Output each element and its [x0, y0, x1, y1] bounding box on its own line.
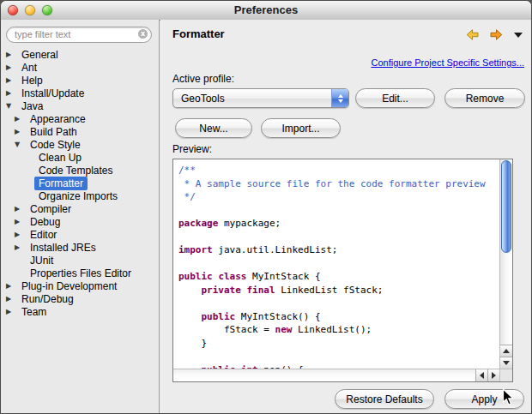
sidebar-item-label: Editor — [26, 228, 61, 242]
back-icon[interactable] — [466, 29, 481, 40]
scroll-left-icon — [480, 372, 484, 379]
sidebar-item-help[interactable]: ▶Help — [1, 74, 158, 87]
sidebar-item-java[interactable]: ▼Java — [1, 99, 158, 112]
sidebar-item-label: JUnit — [26, 254, 57, 267]
expand-arrow-icon[interactable]: ▶ — [6, 282, 17, 290]
code-line — [178, 204, 499, 218]
sidebar-item-label: Run/Debug — [17, 292, 78, 306]
preview-label: Preview: — [172, 143, 212, 155]
scroll-right-button[interactable] — [487, 369, 499, 381]
sidebar-item-label: Plug-in Development — [17, 279, 121, 293]
sidebar-item-label: Debug — [26, 215, 64, 229]
sidebar-item-run-debug[interactable]: ▶Run/Debug — [1, 292, 158, 305]
expand-arrow-icon[interactable]: ▶ — [15, 115, 26, 123]
expand-arrow-icon[interactable]: ▶ — [6, 76, 17, 84]
import-button[interactable]: Import... — [261, 118, 341, 138]
restore-defaults-button[interactable]: Restore Defaults — [335, 389, 434, 409]
code-line — [178, 350, 499, 363]
sidebar-item-label: Clean Up — [34, 151, 86, 165]
code-line: private final LinkedList fStack; — [178, 284, 499, 297]
sidebar-item-properties-files-editor[interactable]: Properties Files Editor — [1, 267, 158, 279]
filter-input[interactable] — [6, 27, 152, 43]
sidebar: x ▶General▶Ant▶Help▶Install/Update▼Java▶… — [1, 20, 160, 413]
sidebar-item-plug-in-development[interactable]: ▶Plug-in Development — [1, 279, 158, 292]
sidebar-item-label: Java — [17, 99, 47, 113]
code-preview: /** * A sample source file for the code … — [172, 159, 513, 382]
expand-arrow-icon[interactable]: ▶ — [15, 231, 26, 238]
vertical-scrollbar-thumb[interactable] — [501, 160, 511, 253]
expand-arrow-icon[interactable]: ▶ — [15, 128, 26, 135]
apply-button[interactable]: Apply — [444, 389, 524, 409]
collapse-arrow-icon[interactable]: ▼ — [15, 141, 26, 148]
sidebar-item-debug[interactable]: ▶Debug — [1, 215, 158, 228]
view-menu-icon[interactable] — [514, 33, 523, 38]
edit-button[interactable]: Edit... — [355, 88, 435, 108]
code-line: } — [178, 337, 499, 351]
expand-arrow-icon[interactable]: ▶ — [6, 308, 17, 315]
preferences-tree: ▶General▶Ant▶Help▶Install/Update▼Java▶Ap… — [1, 48, 158, 413]
vertical-scrollbar[interactable] — [499, 159, 512, 369]
sidebar-item-team[interactable]: ▶Team — [1, 305, 158, 318]
expand-arrow-icon[interactable]: ▶ — [6, 295, 17, 303]
sidebar-item-organize-imports[interactable]: Organize Imports — [1, 189, 158, 202]
code-line: fStack = new LinkedList(); — [178, 323, 499, 337]
page-title: Formatter — [172, 27, 225, 40]
code-line: public class MyIntStack { — [178, 270, 499, 284]
sidebar-item-code-templates[interactable]: Code Templates — [1, 164, 158, 177]
collapse-arrow-icon[interactable]: ▼ — [6, 102, 17, 110]
scroll-left-button[interactable] — [475, 369, 487, 381]
sidebar-item-appearance[interactable]: ▶Appearance — [1, 112, 158, 125]
sidebar-item-label: Formatter — [34, 177, 88, 190]
sidebar-item-editor[interactable]: ▶Editor — [1, 228, 158, 241]
clear-filter-icon[interactable]: x — [138, 29, 148, 39]
expand-arrow-icon[interactable]: ▶ — [15, 205, 26, 213]
code-line: public MyIntStack() { — [178, 310, 499, 324]
dialog-body: x ▶General▶Ant▶Help▶Install/Update▼Java▶… — [1, 20, 531, 413]
sidebar-item-compiler[interactable]: ▶Compiler — [1, 202, 158, 215]
horizontal-scrollbar[interactable] — [173, 369, 499, 381]
sidebar-item-label: Appearance — [26, 112, 90, 126]
sidebar-item-installed-jres[interactable]: ▶Installed JREs — [1, 241, 158, 254]
remove-button[interactable]: Remove — [444, 88, 525, 108]
sidebar-item-label: Install/Update — [17, 87, 88, 100]
scrollbar-corner — [499, 369, 512, 381]
sidebar-item-label: Properties Files Editor — [26, 267, 136, 280]
sidebar-item-junit[interactable]: JUnit — [1, 254, 158, 267]
scroll-up-button[interactable] — [500, 345, 512, 357]
expand-arrow-icon[interactable]: ▶ — [15, 218, 26, 225]
sidebar-item-label: Team — [17, 305, 51, 319]
profile-selected-value: GeoTools — [173, 93, 348, 105]
expand-arrow-icon[interactable]: ▶ — [15, 243, 26, 251]
sidebar-item-install-update[interactable]: ▶Install/Update — [1, 87, 158, 99]
sidebar-item-formatter[interactable]: Formatter — [1, 177, 158, 189]
sidebar-item-code-style[interactable]: ▼Code Style — [1, 138, 158, 151]
profile-dropdown[interactable]: GeoTools — [172, 88, 349, 108]
dropdown-arrows-icon — [331, 89, 348, 107]
sidebar-item-general[interactable]: ▶General — [1, 48, 158, 61]
configure-project-settings-link[interactable]: Configure Project Specific Settings... — [371, 57, 524, 68]
sidebar-item-label: Code Templates — [34, 164, 118, 177]
new-button[interactable]: New... — [175, 118, 252, 138]
scroll-down-icon — [503, 361, 510, 365]
sidebar-item-label: General — [17, 48, 63, 62]
sidebar-item-clean-up[interactable]: Clean Up — [1, 151, 158, 164]
page-nav — [466, 29, 523, 40]
expand-arrow-icon[interactable]: ▶ — [6, 63, 17, 71]
forward-icon[interactable] — [488, 29, 503, 40]
titlebar[interactable]: Preferences — [1, 1, 531, 21]
expand-arrow-icon[interactable]: ▶ — [6, 89, 17, 97]
code-line — [178, 257, 499, 271]
sidebar-item-build-path[interactable]: ▶Build Path — [1, 125, 158, 138]
window-title: Preferences — [1, 3, 531, 16]
main-panel: Formatter Configure Project Specific Set… — [160, 20, 532, 413]
sidebar-item-label: Code Style — [26, 138, 85, 152]
expand-arrow-icon[interactable]: ▶ — [6, 51, 17, 58]
scroll-down-button[interactable] — [500, 357, 512, 369]
scroll-up-icon — [503, 349, 510, 353]
code-text: /** * A sample source file for the code … — [173, 159, 499, 369]
sidebar-item-ant[interactable]: ▶Ant — [1, 61, 158, 74]
filter-field: x — [6, 26, 152, 42]
sidebar-item-label: Installed JREs — [26, 241, 100, 255]
code-line — [178, 231, 499, 244]
code-line: import java.util.LinkedList; — [178, 243, 499, 257]
